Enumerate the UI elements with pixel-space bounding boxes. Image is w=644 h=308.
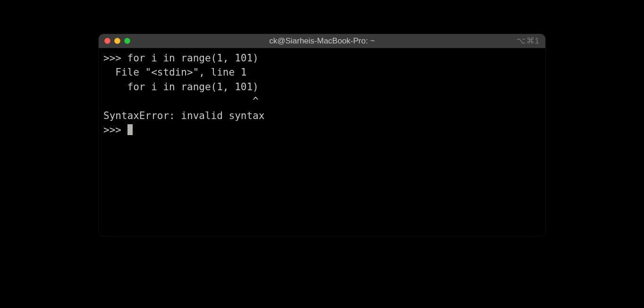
- terminal-line: ^: [103, 95, 259, 107]
- minimize-icon[interactable]: [114, 38, 120, 44]
- terminal-window: ck@Siarheis-MacBook-Pro: ~ ⌥⌘1 >>> for i…: [99, 34, 545, 236]
- maximize-icon[interactable]: [124, 38, 130, 44]
- keyboard-shortcut-label: ⌥⌘1: [517, 36, 540, 46]
- cursor-icon: [127, 124, 133, 135]
- terminal-line: SyntaxError: invalid syntax: [103, 110, 264, 121]
- terminal-prompt: >>>: [103, 124, 127, 136]
- terminal-content[interactable]: >>> for i in range(1, 101) File "<stdin>…: [99, 48, 545, 236]
- terminal-line: File "<stdin>", line 1: [103, 67, 246, 78]
- close-icon[interactable]: [104, 38, 110, 44]
- terminal-line: >>> for i in range(1, 101): [103, 52, 259, 64]
- terminal-line: for i in range(1, 101): [103, 81, 259, 93]
- traffic-lights: [104, 38, 130, 44]
- window-titlebar: ck@Siarheis-MacBook-Pro: ~ ⌥⌘1: [99, 34, 545, 48]
- window-title: ck@Siarheis-MacBook-Pro: ~: [99, 36, 545, 46]
